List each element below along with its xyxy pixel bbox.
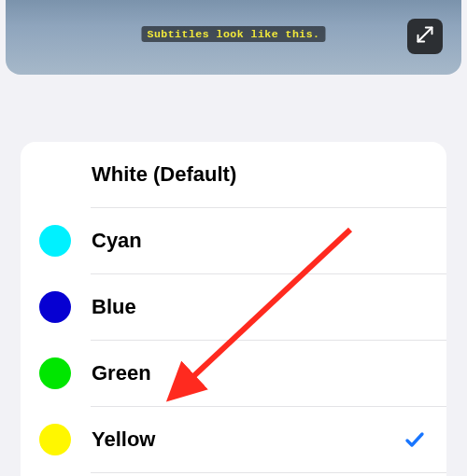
color-option-label: Yellow — [92, 427, 403, 452]
color-swatch — [39, 424, 71, 455]
color-swatch — [39, 357, 71, 389]
color-option-label: Green — [92, 361, 426, 385]
color-swatch — [39, 291, 71, 323]
color-swatch — [39, 225, 71, 257]
color-swatch-none — [39, 159, 71, 190]
color-option-green[interactable]: Green — [21, 341, 446, 406]
color-option-label: Blue — [92, 295, 426, 319]
fullscreen-button[interactable] — [407, 19, 443, 54]
color-option-label: White (Default) — [92, 162, 426, 187]
color-option-cyan[interactable]: Cyan — [21, 208, 446, 273]
expand-icon — [416, 25, 434, 48]
color-option-label: Cyan — [92, 229, 426, 253]
color-option-yellow[interactable]: Yellow — [21, 407, 446, 472]
color-options-list: White (Default)CyanBlueGreenYellowMagent… — [21, 142, 446, 476]
subtitle-sample-text: Subtitles look like this. — [141, 26, 325, 42]
color-option-blue[interactable]: Blue — [21, 274, 446, 340]
color-option-white[interactable]: White (Default) — [21, 142, 446, 207]
checkmark-icon — [403, 428, 426, 451]
subtitle-preview: Subtitles look like this. — [6, 0, 461, 75]
